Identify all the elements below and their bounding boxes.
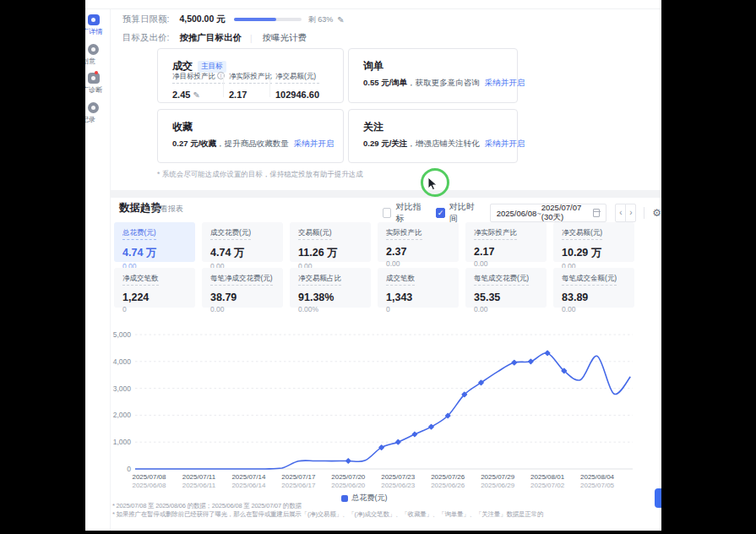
tab-bid-by-goal[interactable]: 按推广目标出价 <box>179 32 242 44</box>
metric-cell-subvalue: 0.00% <box>298 305 362 313</box>
goal-desc-text: ，提升商品收藏数量 <box>216 139 289 148</box>
metric-cell-value: 1,343 <box>386 292 450 303</box>
goal-card-3[interactable]: 收藏0.27 元/收藏，提升商品收藏数量采纳并开启 <box>157 109 344 163</box>
clock-icon-glyph <box>91 106 95 110</box>
data-point-marker[interactable] <box>511 359 517 365</box>
goal-price: 0.55 元/询单 <box>363 78 407 87</box>
compare-metric-checkbox[interactable] <box>383 208 391 218</box>
data-point-marker[interactable] <box>395 439 401 445</box>
metric-cell[interactable]: 净成交笔数1,2240 <box>114 268 195 308</box>
x-axis-tick-secondary: 2025/07/05 <box>580 482 615 489</box>
footnote-line: * 如果推广在暂停或删除前已经获得了曝光，那么在暂停或重建后展示「(净)交易额」… <box>112 510 543 519</box>
date-range-picker[interactable]: 2025/06/08 ~ 2025/07/07 (30天) <box>490 204 607 222</box>
sidebar-item[interactable]: 广详情 <box>85 14 111 37</box>
goal-card-desc: 0.27 元/收藏，提升商品收藏数量采纳并开启 <box>172 139 334 150</box>
metric-cell-label: 净交易额(元) <box>562 228 602 240</box>
metric-cell-label: 净实际投产比 <box>474 228 517 240</box>
goal-card-desc: 0.55 元/询单，获取更多意向咨询采纳并开启 <box>363 78 525 89</box>
goal-card-title: 关注 <box>363 118 383 134</box>
compare-time-checkbox[interactable]: ✓ <box>436 208 444 218</box>
floating-side-button[interactable] <box>655 488 661 508</box>
legend-label: 总花费(元) <box>352 493 388 504</box>
goal-card-2[interactable]: 询单0.55 元/询单，获取更多意向咨询采纳并开启 <box>348 48 518 103</box>
x-axis-tick-secondary: 2025/06/17 <box>281 482 316 489</box>
metric-cell[interactable]: 总花费(元)4.74 万0.00 <box>114 222 195 262</box>
metric-cell-subvalue: 0 <box>122 305 187 313</box>
metric-cell[interactable]: 净交易额(元)10.29 万0.00 <box>553 222 634 262</box>
metric-cell-label: 净交易额占比 <box>298 274 341 286</box>
budget-remaining: 剩 63% <box>308 14 334 25</box>
budget-edit-pencil-icon[interactable]: ✎ <box>337 15 344 25</box>
adopt-enable-link[interactable]: 采纳并开启 <box>485 139 525 148</box>
camera-icon <box>88 73 100 84</box>
metric-cell-value: 4.74 万 <box>210 246 275 260</box>
metric-cell-label: 净成交笔数 <box>122 274 159 286</box>
goal-card-1[interactable]: 成交主目标净目标投产比i2.45✎净实际投产比2.17净交易额(元)102946… <box>157 48 344 103</box>
metric-cell-subvalue: 0.00 <box>210 305 275 313</box>
metric-cell-subvalue: 0 <box>386 305 450 313</box>
goal-card-title-text: 收藏 <box>172 121 193 133</box>
metric-cell[interactable]: 每笔成交花费(元)35.350.00 <box>465 268 547 308</box>
metric-cell[interactable]: 每笔净成交花费(元)38.790.00 <box>202 268 283 308</box>
goal-card-4[interactable]: 关注0.29 元/关注，增强店铺关注转化采纳并开启 <box>348 109 518 163</box>
metric-cell[interactable]: 实际投产比2.370.00 <box>378 222 459 262</box>
x-axis-tick-primary: 2025/07/17 <box>281 473 316 481</box>
top-divider <box>85 8 661 9</box>
metric-cell-value: 1,224 <box>122 292 187 303</box>
metric-cell-label: 每笔成交金额(元) <box>562 274 617 286</box>
x-axis-tick-secondary: 2025/06/08 <box>132 482 166 489</box>
bulb-icon-glyph <box>91 47 95 52</box>
x-axis-tick-primary: 2025/07/20 <box>331 473 366 481</box>
adopt-enable-link[interactable]: 采纳并开启 <box>485 78 525 87</box>
compare-metric-label: 对比指标 <box>395 201 424 225</box>
data-point-marker[interactable] <box>528 358 534 364</box>
y-axis-tick: 3,000 <box>113 384 132 393</box>
goal-note: * 系统会尽可能达成你设置的目标，保持稳定投放有助于提升达成 <box>157 170 363 180</box>
metric-divider <box>223 74 224 97</box>
x-axis-tick-secondary: 2025/06/29 <box>481 482 515 489</box>
goal-metric-label: 净交易额(元) <box>275 72 319 84</box>
data-point-marker[interactable] <box>411 431 417 437</box>
metric-cell-value: 4.74 万 <box>122 246 187 260</box>
mouse-cursor-icon <box>427 177 438 192</box>
adopt-enable-link[interactable]: 采纳并开启 <box>294 139 334 148</box>
metric-cell-label: 成交花费(元) <box>210 228 251 240</box>
x-axis-tick-primary: 2025/08/04 <box>580 473 615 481</box>
tab-bid-by-exposure[interactable]: 按曝光计费 <box>263 32 307 44</box>
data-point-marker[interactable] <box>544 350 550 356</box>
x-axis-tick-primary: 2025/08/01 <box>530 473 565 481</box>
goal-card-title-text: 关注 <box>363 121 383 133</box>
line-chart[interactable]: 01,0002,0003,0004,0005,0002025/07/082025… <box>102 330 636 490</box>
metric-cell[interactable]: 成交花费(元)4.74 万0.00 <box>202 222 283 262</box>
goal-desc-text: ，增强店铺关注转化 <box>407 139 480 148</box>
goal-edit-pencil-icon[interactable]: ✎ <box>193 90 199 100</box>
legend-swatch <box>341 495 348 502</box>
goal-card-title: 询单 <box>363 57 383 74</box>
metric-cell[interactable]: 交易额(元)11.26 万0.00 <box>290 222 371 262</box>
sidebar-item[interactable]: 广诊断 <box>85 73 111 95</box>
footnote-line: * 2025/07/08 至 2025/08/06 的数据；2025/06/08… <box>112 502 302 510</box>
sidebar-item[interactable]: 记录 <box>85 102 111 125</box>
sidebar-item[interactable]: 创意 <box>85 44 111 67</box>
data-point-marker[interactable] <box>345 458 351 464</box>
x-axis-tick-primary: 2025/07/14 <box>231 473 266 481</box>
metric-cell[interactable]: 每笔成交金额(元)83.890.00 <box>553 268 634 308</box>
next-period-button[interactable]: › <box>625 204 636 222</box>
trend-chart: 01,0002,0003,0004,0005,0002025/07/082025… <box>102 330 636 490</box>
metric-cell[interactable]: 成交笔数1,3430 <box>378 268 459 308</box>
metric-cell-label: 每笔成交花费(元) <box>474 274 529 286</box>
data-point-marker[interactable] <box>428 423 434 429</box>
metric-cell[interactable]: 净实际投产比2.170.00 <box>465 222 547 262</box>
gear-icon[interactable]: ⚙ <box>652 207 661 219</box>
view-report-link[interactable]: 查看报表 <box>153 204 183 215</box>
spend-trend-line <box>135 353 630 469</box>
trend-controls: 对比指标 ✓ 对比时间 2025/06/08 ~ 2025/07/07 (30天… <box>383 201 661 225</box>
metric-cell-subvalue: 0.00 <box>386 259 450 268</box>
y-axis-tick: 5,000 <box>113 330 132 339</box>
goal-metric-label: 净目标投产比i <box>172 72 225 84</box>
metric-cell-value: 91.38% <box>298 292 362 303</box>
daily-budget-label: 预算日限额: <box>122 14 169 25</box>
goal-card-title-text: 询单 <box>363 60 383 72</box>
metric-cell[interactable]: 净交易额占比91.38%0.00% <box>290 268 371 308</box>
x-axis-tick-primary: 2025/07/29 <box>481 473 515 481</box>
